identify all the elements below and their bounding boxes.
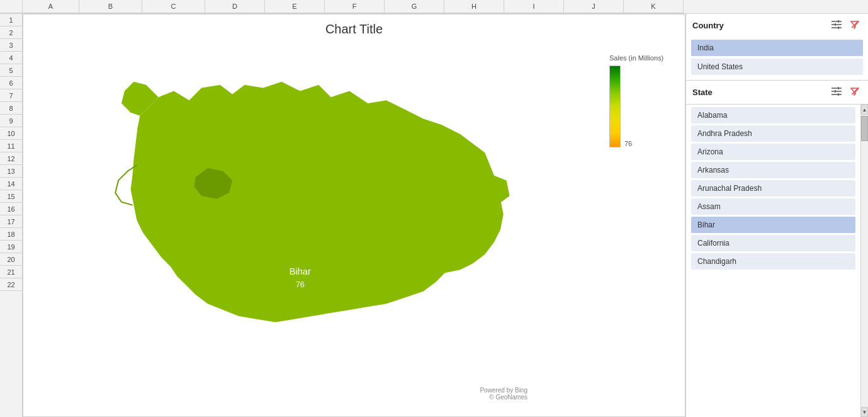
state-item-arunachal-pradesh[interactable]: Arunachal Pradesh (691, 180, 855, 197)
content-area: // We'll generate grid cells via JS afte… (23, 14, 685, 417)
row-num-20[interactable]: 20 (0, 253, 22, 266)
col-header-h[interactable]: H (444, 0, 504, 13)
col-header-i[interactable]: I (504, 0, 564, 13)
state-item-assam[interactable]: Assam (691, 198, 855, 215)
row-num-11[interactable]: 11 (0, 140, 22, 152)
col-header-f[interactable]: F (325, 0, 385, 13)
bihar-shape (131, 82, 504, 323)
legend-gradient (609, 66, 621, 147)
state-filter-icons (829, 86, 862, 99)
country-filter-items: India United States (686, 37, 868, 80)
col-header-d[interactable]: D (205, 0, 265, 13)
row-num-7[interactable]: 7 (0, 89, 22, 102)
row-num-3[interactable]: 3 (0, 39, 22, 52)
row-num-6[interactable]: 6 (0, 77, 22, 89)
state-item-bihar[interactable]: Bihar (691, 217, 855, 233)
legend-area: Sales (in Millions) 76 (609, 42, 685, 412)
row-num-9[interactable]: 9 (0, 115, 22, 127)
state-item-chandigarh[interactable]: Chandigarh (691, 253, 855, 270)
bihar-region-value: 76 (296, 280, 305, 289)
chart-title: Chart Title (23, 22, 685, 37)
row-numbers: 1 2 3 4 5 6 7 8 9 10 11 12 13 14 15 16 1… (0, 14, 23, 417)
row-num-21[interactable]: 21 (0, 266, 22, 278)
powered-by: Powered by Bing © GeoNames (480, 387, 527, 401)
country-filter-lines-icon[interactable] (829, 19, 844, 32)
state-item-arizona[interactable]: Arizona (691, 144, 855, 160)
state-item-alabama[interactable]: Alabama (691, 107, 855, 123)
spreadsheet: A B C D E F G H I J K 1 2 3 4 5 6 7 8 9 … (0, 0, 868, 417)
scroll-thumb[interactable] (861, 116, 868, 141)
column-headers: A B C D E F G H I J K (0, 0, 868, 14)
row-num-10[interactable]: 10 (0, 127, 22, 140)
chart-container: Chart Title (23, 14, 685, 417)
country-funnel-icon[interactable] (848, 19, 862, 32)
country-filter-section: Country (686, 14, 868, 81)
legend-value: 76 (624, 140, 632, 147)
row-num-12[interactable]: 12 (0, 152, 22, 165)
svg-line-6 (852, 21, 858, 28)
country-filter-icons (829, 19, 862, 32)
row-num-8[interactable]: 8 (0, 102, 22, 115)
state-filter-label: State (692, 88, 713, 97)
col-header-a[interactable]: A (23, 0, 79, 13)
state-item-california[interactable]: California (691, 235, 855, 251)
state-funnel-icon[interactable] (848, 86, 862, 99)
col-header-k[interactable]: K (624, 0, 684, 13)
scroll-arrow-up[interactable]: ▲ (861, 105, 868, 115)
row-num-14[interactable]: 14 (0, 178, 22, 190)
bihar-map-svg: Bihar 76 (36, 48, 552, 338)
col-header-c[interactable]: C (142, 0, 205, 13)
right-panel: Country (685, 14, 868, 417)
col-header-g[interactable]: G (385, 0, 444, 13)
row-num-2[interactable]: 2 (0, 26, 22, 39)
legend-title: Sales (in Millions) (609, 54, 663, 62)
svg-line-13 (852, 88, 858, 94)
row-num-19[interactable]: 19 (0, 241, 22, 253)
country-filter-header: Country (686, 14, 868, 37)
row-num-22[interactable]: 22 (0, 278, 22, 291)
row-num-13[interactable]: 13 (0, 165, 22, 178)
state-filter-lines-icon[interactable] (829, 86, 844, 99)
main-area: 1 2 3 4 5 6 7 8 9 10 11 12 13 14 15 16 1… (0, 14, 868, 417)
col-header-j[interactable]: J (564, 0, 624, 13)
scroll-arrow-down[interactable]: ▼ (861, 407, 868, 417)
corner-cell (0, 0, 23, 13)
state-filter-section: State (686, 81, 868, 417)
row-num-1[interactable]: 1 (0, 14, 22, 26)
state-item-andhra-pradesh[interactable]: Andhra Pradesh (691, 125, 855, 142)
country-filter-label: Country (692, 21, 724, 30)
row-num-17[interactable]: 17 (0, 215, 22, 228)
row-num-4[interactable]: 4 (0, 52, 22, 64)
row-num-15[interactable]: 15 (0, 190, 22, 203)
row-num-18[interactable]: 18 (0, 228, 22, 241)
row-num-5[interactable]: 5 (0, 64, 22, 77)
state-filter-header: State (686, 81, 868, 105)
state-item-arkansas[interactable]: Arkansas (691, 162, 855, 178)
bihar-region-label: Bihar (290, 266, 311, 277)
state-scrollbar[interactable]: ▲ ▼ (860, 105, 868, 417)
country-item-india[interactable]: India (691, 40, 863, 56)
col-header-e[interactable]: E (265, 0, 325, 13)
col-header-b[interactable]: B (79, 0, 142, 13)
state-list[interactable]: Alabama Andhra Pradesh Arizona Arkansas … (686, 105, 860, 417)
row-num-16[interactable]: 16 (0, 203, 22, 215)
country-item-united-states[interactable]: United States (691, 59, 863, 75)
chart-body: Bihar 76 Powered by Bing © GeoNames Sale… (23, 42, 685, 412)
map-container: Bihar 76 Powered by Bing © GeoNames (23, 42, 609, 412)
